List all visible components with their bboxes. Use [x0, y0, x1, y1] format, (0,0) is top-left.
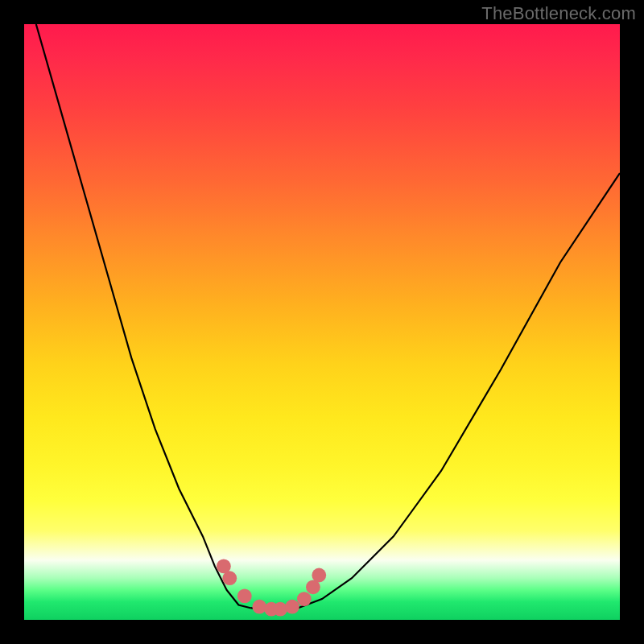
curve-right-branch [298, 173, 620, 608]
chart-frame: TheBottleneck.com [0, 0, 644, 644]
watermark-text: TheBottleneck.com [481, 3, 636, 24]
curve-left-branch [36, 24, 250, 608]
bottleneck-curve [24, 24, 620, 620]
valley-marker [252, 600, 266, 614]
valley-marker [285, 600, 299, 614]
valley-marker [297, 592, 312, 606]
valley-marker-group [217, 559, 326, 617]
valley-marker [237, 589, 252, 604]
plot-area [24, 24, 620, 620]
curve-path-group [36, 24, 620, 610]
valley-marker [312, 568, 326, 583]
valley-marker [273, 602, 287, 617]
valley-marker [222, 571, 237, 585]
